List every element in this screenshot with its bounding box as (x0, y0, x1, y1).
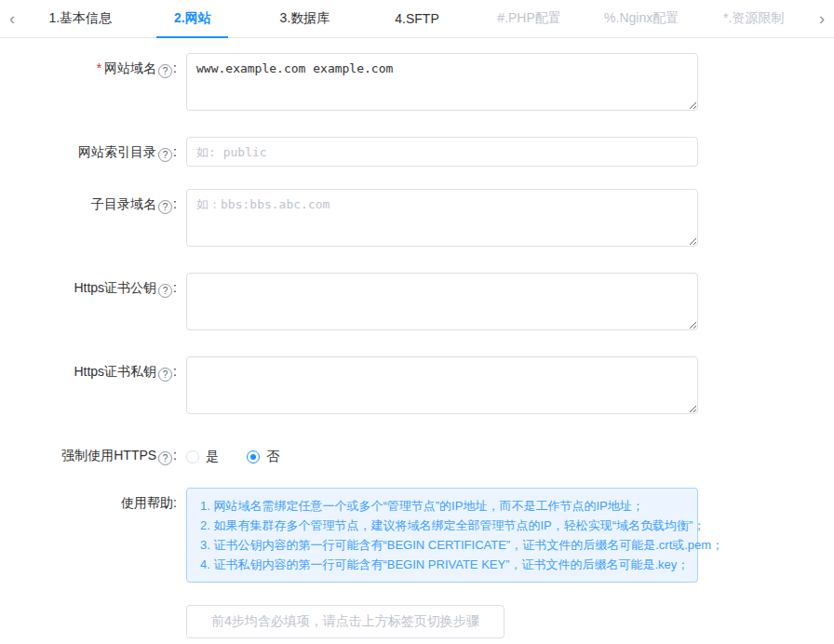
subdir-domain-label: 子目录域名?: (0, 189, 186, 250)
step-tab-bar: ‹ 1.基本信息 2.网站 3.数据库 4.SFTP #.PHP配置 %.Ngi… (0, 0, 834, 38)
website-config-form: *网站域名?: www.example.com example.com 网站索引… (0, 38, 834, 638)
force-https-help-icon[interactable]: ? (158, 451, 172, 465)
radio-circle-icon (247, 450, 260, 463)
help-line-4: 4. 证书私钥内容的第一行可能含有“BEGIN PRIVATE KEY”，证书文… (200, 555, 684, 574)
https-public-key-label: Https证书公钥?: (0, 273, 186, 334)
subdir-domain-control (186, 189, 698, 250)
tab-sftp[interactable]: 4.SFTP (361, 0, 474, 37)
radio-label: 是 (206, 449, 219, 465)
index-dir-label: 网站索引目录?: (0, 137, 186, 167)
index-dir-input[interactable] (186, 137, 698, 167)
domain-label-text: 网站域名 (104, 60, 156, 75)
https-public-key-label-text: Https证书公钥 (74, 280, 156, 295)
force-https-radio-group: 是 否 (186, 440, 698, 465)
step-tabs: 1.基本信息 2.网站 3.数据库 4.SFTP #.PHP配置 %.Nginx… (24, 0, 810, 37)
help-line-1: 1. 网站域名需绑定任意一个或多个“管理节点”的IP地址，而不是工作节点的IP地… (200, 496, 684, 516)
tab-label: 1.基本信息 (48, 10, 112, 27)
help-control: 1. 网站域名需绑定任意一个或多个“管理节点”的IP地址，而不是工作节点的IP地… (186, 488, 698, 583)
form-row-domain: *网站域名?: www.example.com example.com (0, 53, 834, 114)
force-https-radio-yes[interactable]: 是 (186, 449, 219, 465)
https-private-key-label-text: Https证书私钥 (74, 364, 156, 379)
domain-help-icon[interactable]: ? (158, 64, 172, 78)
form-row-https-public-key: Https证书公钥?: (0, 273, 834, 334)
index-dir-help-icon[interactable]: ? (158, 148, 172, 162)
label-colon: : (173, 196, 177, 211)
label-colon: : (173, 448, 177, 463)
label-colon: : (173, 60, 177, 75)
force-https-label: 强制使用HTTPS?: (0, 440, 186, 465)
help-line-3: 3. 证书公钥内容的第一行可能含有“BEGIN CERTIFICATE”，证书文… (200, 535, 684, 555)
tab-label: 2.网站 (174, 10, 211, 27)
subdir-domain-label-text: 子目录域名 (91, 196, 156, 211)
tab-label: %.Nginx配置 (604, 10, 679, 27)
tab-website[interactable]: 2.网站 (137, 0, 249, 37)
usage-help-box: 1. 网站域名需绑定任意一个或多个“管理节点”的IP地址，而不是工作节点的IP地… (186, 488, 698, 583)
https-public-key-control (186, 273, 698, 334)
https-private-key-help-icon[interactable]: ? (158, 368, 172, 382)
switch-step-button[interactable]: 前4步均含必填项，请点击上方标签页切换步骤 (186, 605, 504, 638)
form-row-index-dir: 网站索引目录?: (0, 137, 834, 167)
https-private-key-textarea[interactable] (186, 356, 698, 414)
subdir-domain-help-icon[interactable]: ? (158, 200, 172, 214)
tab-label: 3.数据库 (280, 10, 330, 27)
help-label-text: 使用帮助: (121, 495, 177, 510)
tabs-next-arrow-icon[interactable]: › (810, 0, 834, 37)
help-label: 使用帮助: (0, 488, 186, 583)
domain-label: *网站域名?: (0, 53, 186, 114)
form-row-help: 使用帮助: 1. 网站域名需绑定任意一个或多个“管理节点”的IP地址，而不是工作… (0, 488, 834, 583)
tab-label: *.资源限制 (723, 10, 784, 27)
tab-database[interactable]: 3.数据库 (249, 0, 361, 37)
help-line-2: 2. 如果有集群存多个管理节点，建议将域名绑定全部管理节点的IP，轻松实现“域名… (200, 516, 684, 535)
subdir-domain-textarea[interactable] (186, 189, 698, 247)
label-colon: : (173, 364, 177, 379)
label-colon: : (173, 144, 177, 159)
https-public-key-help-icon[interactable]: ? (158, 284, 172, 298)
tab-php-config[interactable]: #.PHP配置 (473, 0, 585, 37)
https-private-key-label: Https证书私钥?: (0, 356, 186, 418)
form-row-https-private-key: Https证书私钥?: (0, 356, 834, 418)
tab-label: 4.SFTP (395, 11, 438, 26)
force-https-label-text: 强制使用HTTPS (61, 448, 156, 463)
tab-basic-info[interactable]: 1.基本信息 (24, 0, 137, 37)
label-colon: : (173, 280, 177, 295)
form-row-subdir-domain: 子目录域名?: (0, 189, 834, 250)
required-mark: * (97, 60, 101, 75)
index-dir-control (186, 137, 698, 167)
tabs-prev-arrow-icon[interactable]: ‹ (0, 0, 24, 37)
website-domain-textarea[interactable]: www.example.com example.com (186, 53, 698, 111)
force-https-control: 是 否 (186, 440, 698, 465)
tab-resource-limit[interactable]: *.资源限制 (697, 0, 810, 37)
domain-control: www.example.com example.com (186, 53, 698, 114)
https-public-key-textarea[interactable] (186, 273, 698, 330)
force-https-radio-no[interactable]: 否 (247, 449, 279, 465)
https-private-key-control (186, 356, 698, 418)
tab-label: #.PHP配置 (497, 10, 560, 27)
tab-nginx-config[interactable]: %.Nginx配置 (585, 0, 698, 37)
radio-circle-icon (186, 450, 199, 463)
footer-row: 前4步均含必填项，请点击上方标签页切换步骤 (186, 605, 834, 638)
form-row-force-https: 强制使用HTTPS?: 是 否 (0, 440, 834, 465)
radio-label: 否 (266, 449, 279, 465)
index-dir-label-text: 网站索引目录 (78, 144, 156, 159)
